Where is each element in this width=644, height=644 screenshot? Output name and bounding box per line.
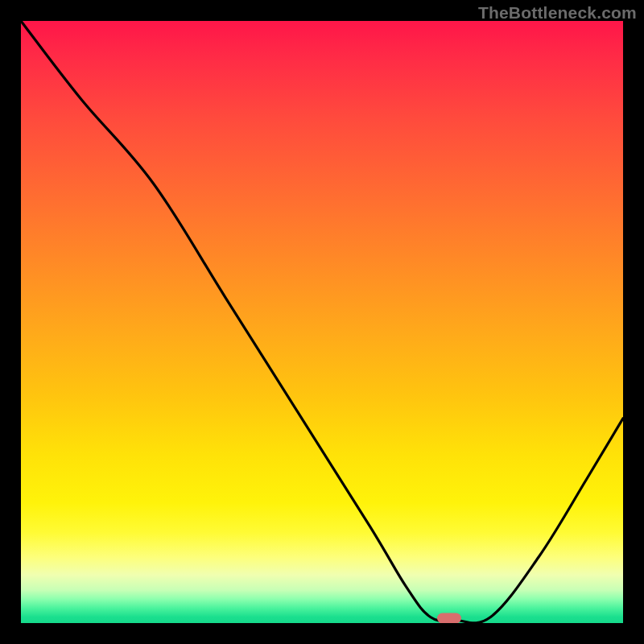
optimal-point-marker xyxy=(437,613,461,623)
watermark-text: TheBottleneck.com xyxy=(478,3,637,23)
plot-area xyxy=(21,21,623,623)
bottleneck-curve xyxy=(21,21,623,623)
chart-frame: TheBottleneck.com xyxy=(0,0,644,644)
